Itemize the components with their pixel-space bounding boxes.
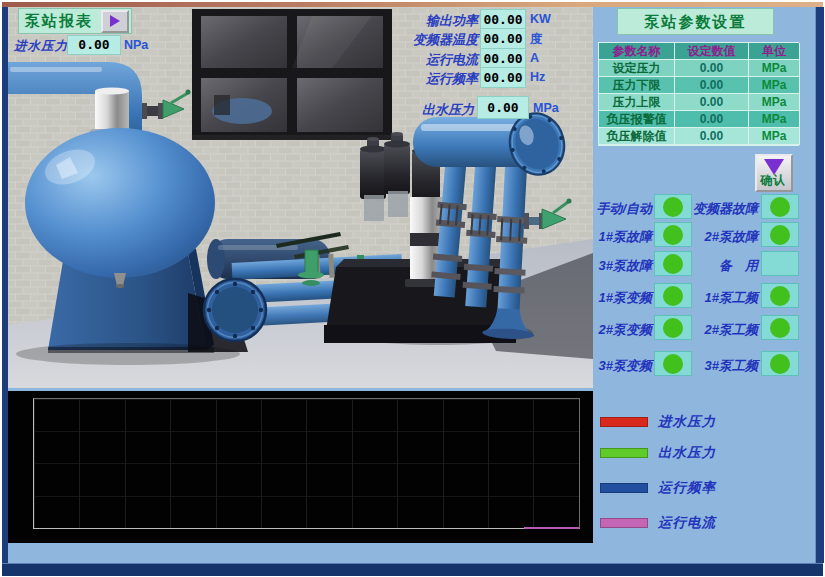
status-lamp-vfd-fault	[761, 194, 799, 219]
status-label-pump1-vfd: 1#泵变频	[552, 289, 652, 307]
setting-name: 压力上限	[599, 94, 675, 111]
legend-swatch-running-current	[600, 518, 648, 528]
green-lamp-icon	[663, 254, 683, 274]
status-lamp-pump1-fault	[654, 222, 692, 247]
setting-unit: MPa	[749, 111, 800, 128]
legend-swatch-inlet-pressure	[600, 417, 648, 427]
inlet-pressure-label: 进水压力	[14, 38, 68, 55]
setting-value[interactable]: 0.00	[675, 77, 749, 94]
status-lamp-pump2-fault	[761, 222, 799, 247]
outlet-pressure-unit: MPa	[533, 101, 559, 115]
green-lamp-icon	[663, 225, 683, 245]
status-label-pump1-mains: 1#泵工频	[688, 289, 758, 307]
vfd-temperature-unit: 度	[530, 31, 543, 48]
setting-unit: MPa	[749, 128, 800, 145]
output-power-value: 00.00	[480, 9, 526, 30]
status-lamp-pump1-mains	[761, 283, 799, 308]
status-lamp-spare-empty	[761, 251, 799, 276]
trend-plot-area	[33, 398, 580, 529]
status-label-pump2-vfd: 2#泵变频	[552, 321, 652, 339]
status-label-pump3-mains: 3#泵工频	[688, 357, 758, 375]
legend-swatch-outlet-pressure	[600, 448, 648, 458]
green-lamp-icon	[663, 197, 683, 217]
green-lamp-icon	[770, 318, 790, 338]
green-lamp-icon	[770, 354, 790, 374]
settings-col-header: 参数名称	[599, 43, 675, 60]
settings-col-header: 单位	[749, 43, 800, 60]
green-lamp-icon	[663, 286, 683, 306]
output-power-unit: KW	[530, 12, 551, 26]
status-lamp-manual-auto	[654, 194, 692, 219]
report-button-label: 泵站报表	[19, 12, 101, 31]
running-current-unit: A	[530, 51, 539, 65]
status-label-pump3-fault: 3#泵故障	[552, 257, 652, 275]
trend-chart	[8, 391, 593, 543]
setting-value[interactable]: 0.00	[675, 60, 749, 77]
running-current-label: 运行电流	[388, 51, 478, 69]
setting-name: 负压解除值	[599, 128, 675, 145]
settings-panel-title: 泵站参数设置	[617, 8, 774, 35]
vfd-temperature-label: 变频器温度	[388, 31, 478, 49]
setting-value[interactable]: 0.00	[675, 128, 749, 145]
status-label-manual-auto: 手动/自动	[552, 200, 652, 218]
legend-swatch-running-frequency	[600, 483, 648, 493]
current-trace-segment	[524, 527, 579, 529]
triangle-right-icon	[110, 15, 120, 27]
output-power-label: 输出功率	[388, 12, 478, 30]
window	[192, 9, 392, 140]
green-lamp-icon	[770, 225, 790, 245]
setting-value[interactable]: 0.00	[675, 111, 749, 128]
setting-unit: MPa	[749, 94, 800, 111]
green-lamp-icon	[770, 286, 790, 306]
setting-name: 负压报警值	[599, 111, 675, 128]
running-current-value: 00.00	[480, 48, 526, 69]
running-frequency-value: 00.00	[480, 67, 526, 88]
report-button[interactable]: 泵站报表	[18, 8, 132, 34]
status-label-vfd-fault: 变频器故障	[688, 200, 758, 218]
status-lamp-pump3-fault	[654, 251, 692, 276]
setting-name: 压力下限	[599, 77, 675, 94]
status-label-pump2-mains: 2#泵工频	[688, 321, 758, 339]
setting-unit: MPa	[749, 77, 800, 94]
status-lamp-pump2-vfd	[654, 315, 692, 340]
status-lamp-pump3-mains	[761, 351, 799, 376]
settings-col-header: 设定数值	[675, 43, 749, 60]
frame-bottom	[2, 563, 823, 576]
inlet-pressure-unit: NPa	[124, 38, 148, 52]
status-lamp-pump1-vfd	[654, 283, 692, 308]
vfd-temperature-value: 00.00	[480, 28, 526, 49]
status-label-pump2-fault: 2#泵故障	[688, 228, 758, 246]
setting-value[interactable]: 0.00	[675, 94, 749, 111]
confirm-button-label: 确认	[760, 172, 786, 189]
outlet-pressure-label: 出水压力	[404, 101, 474, 119]
running-frequency-unit: Hz	[530, 70, 545, 84]
status-label-spare: 备 用	[688, 257, 758, 275]
status-lamp-pump2-mains	[761, 315, 799, 340]
status-label-pump1-fault: 1#泵故障	[552, 228, 652, 246]
outlet-pressure-value: 0.00	[477, 96, 529, 119]
frame-right	[815, 7, 824, 563]
legend-label-inlet-pressure: 进水压力	[658, 413, 716, 431]
settings-table: 参数名称 设定数值 单位 设定压力 0.00 MPa 压力下限 0.00 MPa…	[598, 42, 799, 146]
running-frequency-label: 运行频率	[388, 70, 478, 88]
green-lamp-icon	[663, 318, 683, 338]
legend-label-running-current: 运行电流	[658, 514, 716, 532]
confirm-button[interactable]: 确认	[755, 154, 793, 192]
legend-label-running-frequency: 运行频率	[658, 479, 716, 497]
setting-unit: MPa	[749, 60, 800, 77]
legend-label-outlet-pressure: 出水压力	[658, 444, 716, 462]
green-lamp-icon	[663, 354, 683, 374]
inlet-pressure-value: 0.00	[67, 35, 121, 55]
setting-name: 设定压力	[599, 60, 675, 77]
play-icon[interactable]	[101, 10, 129, 33]
status-lamp-pump3-vfd	[654, 351, 692, 376]
pump-station-hmi-screen: 泵站报表 进水压力 0.00 NPa 输出功率 00.00 KW 变频器温度 0…	[0, 0, 825, 577]
status-label-pump3-vfd: 3#泵变频	[552, 357, 652, 375]
green-lamp-icon	[770, 197, 790, 217]
